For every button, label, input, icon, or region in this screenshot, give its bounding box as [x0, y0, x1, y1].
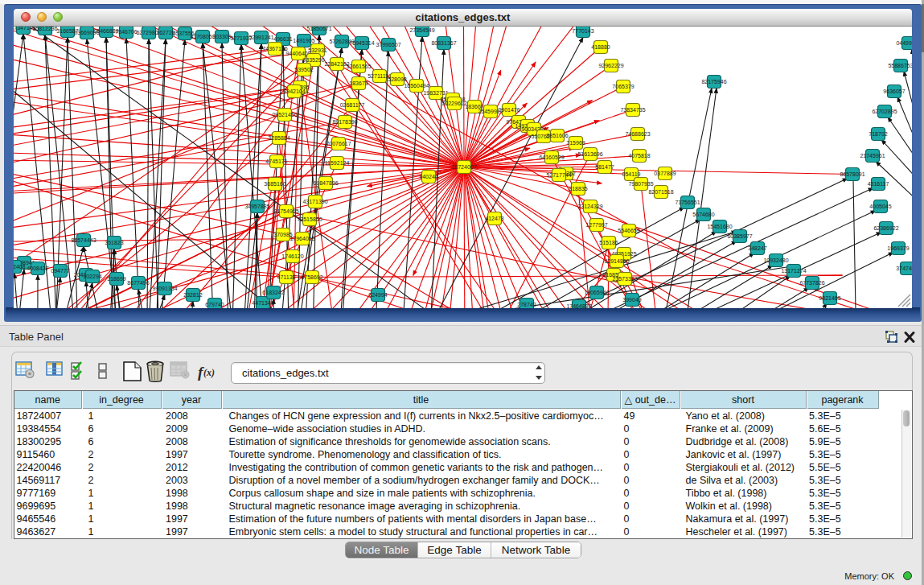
svg-text:73515850: 73515850 [297, 216, 322, 222]
svg-text:52717744: 52717744 [546, 172, 571, 178]
svg-text:89178390: 89178390 [332, 119, 357, 125]
svg-text:71756551: 71756551 [675, 200, 700, 205]
svg-text:15451680: 15451680 [707, 224, 732, 229]
svg-text:6758692: 6758692 [301, 274, 322, 280]
svg-text:679740: 679740 [205, 302, 224, 307]
svg-text:62702895: 62702895 [872, 109, 897, 114]
svg-text:4008427: 4008427 [27, 266, 48, 271]
svg-text:43171390: 43171390 [302, 199, 327, 204]
svg-text:3747407: 3747407 [896, 266, 912, 271]
svg-text:13171274: 13171274 [781, 268, 806, 274]
svg-text:1746120: 1746120 [281, 253, 303, 259]
svg-text:4471349: 4471349 [252, 300, 273, 306]
svg-text:86578091: 86578091 [840, 171, 864, 177]
svg-text:19065940: 19065940 [584, 290, 609, 295]
svg-text:0377889: 0377889 [654, 171, 676, 176]
svg-text:02681177: 02681177 [340, 102, 365, 108]
svg-text:52991241: 52991241 [248, 35, 273, 40]
svg-text:818835: 818835 [569, 186, 587, 192]
svg-text:003309: 003309 [212, 34, 231, 39]
svg-text:528098: 528098 [388, 76, 406, 82]
svg-text:64160529: 64160529 [539, 154, 564, 160]
svg-text:9821465: 9821465 [819, 295, 840, 301]
svg-text:9636057: 9636057 [883, 89, 905, 94]
svg-text:92962229: 92962229 [598, 63, 623, 68]
svg-text:73834735: 73834735 [620, 107, 645, 113]
svg-text:69847896: 69847896 [313, 180, 338, 186]
svg-text:412478: 412478 [485, 216, 503, 221]
svg-text:2901476: 2901476 [498, 107, 519, 113]
svg-text:62386922: 62386922 [873, 225, 898, 231]
svg-text:4316117: 4316117 [868, 181, 889, 187]
svg-text:62914865: 62914865 [604, 258, 629, 264]
svg-text:940244: 940244 [419, 174, 437, 179]
svg-text:81754965: 81754965 [273, 208, 298, 214]
svg-text:23573322: 23573322 [612, 276, 637, 282]
svg-text:76945314: 76945314 [349, 40, 374, 46]
svg-text:7346706: 7346706 [115, 29, 137, 35]
svg-text:41708053: 41708053 [190, 34, 215, 39]
svg-text:024994: 024994 [368, 292, 387, 298]
svg-text:27354549: 27354549 [409, 27, 434, 33]
svg-text:80831367: 80831367 [431, 40, 456, 46]
svg-text:17464887: 17464887 [566, 303, 591, 308]
svg-text:85574443: 85574443 [71, 237, 96, 243]
svg-text:99091334: 99091334 [152, 286, 177, 291]
svg-text:74367136: 74367136 [262, 46, 287, 51]
svg-text:348247: 348247 [748, 245, 766, 251]
svg-text:471138: 471138 [277, 274, 296, 280]
svg-text:3285884: 3285884 [268, 135, 290, 141]
svg-text:054119: 054119 [622, 171, 641, 177]
svg-text:37996507: 37996507 [376, 42, 400, 47]
svg-text:60385977: 60385977 [727, 233, 752, 239]
svg-text:718702: 718702 [869, 131, 887, 137]
svg-text:19832731: 19832731 [423, 90, 448, 96]
svg-text:183673: 183673 [349, 80, 368, 86]
svg-text:496631: 496631 [273, 36, 292, 42]
svg-text:902294: 902294 [83, 274, 101, 279]
svg-text:094777: 094777 [51, 268, 69, 274]
svg-text:6183242: 6183242 [262, 290, 284, 295]
svg-text:232812: 232812 [183, 292, 202, 298]
svg-text:7065379: 7065379 [612, 84, 634, 89]
svg-text:7770143: 7770143 [572, 28, 593, 34]
svg-text:55812236: 55812236 [32, 27, 57, 31]
svg-text:04499727: 04499727 [896, 40, 912, 46]
svg-text:17964053: 17964053 [290, 236, 314, 241]
svg-text:57661565: 57661565 [346, 64, 371, 69]
svg-text:34957885: 34957885 [244, 204, 269, 209]
svg-text:11592124: 11592124 [325, 160, 350, 166]
svg-text:581477: 581477 [595, 164, 614, 170]
svg-text:351823: 351823 [105, 240, 123, 245]
svg-text:3685160: 3685160 [264, 181, 285, 187]
svg-text:418880: 418880 [591, 44, 610, 50]
svg-text:8851606: 8851606 [546, 133, 568, 138]
svg-text:1491905: 1491905 [293, 38, 314, 43]
svg-text:1277997: 1277997 [585, 222, 607, 228]
svg-text:51613696: 51613696 [577, 151, 602, 157]
svg-text:21745961: 21745961 [860, 153, 885, 159]
svg-text:318699: 318699 [107, 276, 125, 282]
svg-text:539502: 539502 [294, 67, 313, 72]
svg-text:50229612: 50229612 [441, 101, 466, 106]
svg-text:82175946: 82175946 [701, 79, 726, 84]
svg-text:4005045: 4005045 [869, 204, 891, 209]
svg-text:4075818: 4075818 [628, 153, 650, 159]
svg-text:70076617: 70076617 [326, 141, 351, 146]
svg-text:4745171: 4745171 [265, 159, 287, 164]
svg-text:67737826: 67737826 [799, 280, 824, 286]
svg-text:278742: 278742 [517, 302, 536, 307]
svg-text:10932480: 10932480 [763, 257, 788, 263]
svg-text:82071518: 82071518 [648, 189, 673, 195]
svg-text:18724007: 18724007 [451, 164, 476, 170]
svg-text:1969379: 1969379 [887, 245, 909, 251]
svg-text:55886753: 55886753 [888, 63, 912, 68]
svg-text:51850671: 51850671 [306, 27, 331, 31]
svg-text:79807935: 79807935 [628, 181, 653, 187]
svg-text:9335290: 9335290 [302, 57, 324, 63]
svg-text:5546659: 5546659 [618, 228, 639, 233]
svg-text:715969: 715969 [566, 140, 585, 146]
svg-text:532931: 532931 [308, 47, 326, 53]
svg-text:399049: 399049 [622, 297, 641, 303]
svg-text:3942104: 3942104 [283, 89, 305, 94]
